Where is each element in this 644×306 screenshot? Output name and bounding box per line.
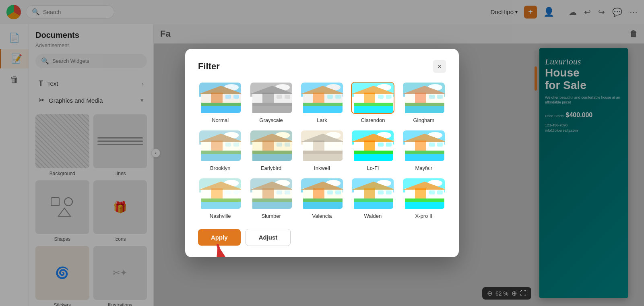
modal-header: Filter ×: [198, 60, 446, 73]
svg-rect-54: [233, 143, 239, 147]
filter-thumb-valencia: [300, 178, 344, 210]
svg-rect-9: [233, 95, 239, 99]
svg-rect-125: [378, 190, 384, 194]
filter-item-inkwell[interactable]: Inkwell: [300, 130, 344, 171]
filter-label-clarendon: Clarendon: [361, 117, 385, 123]
svg-rect-19: [252, 103, 292, 106]
filter-item-lark[interactable]: Lark: [300, 82, 344, 123]
svg-rect-107: [277, 190, 282, 194]
svg-rect-18: [285, 95, 290, 99]
svg-rect-91: [405, 151, 444, 154]
filter-thumb-xproii: [402, 178, 446, 210]
svg-rect-100: [201, 198, 241, 202]
filter-thumb-grayscale: [250, 82, 293, 114]
svg-rect-73: [303, 151, 343, 154]
filter-grid: NormalGrayscaleLarkClarendonGinghamBrook…: [198, 82, 446, 219]
svg-rect-43: [415, 93, 426, 103]
filter-item-xproii[interactable]: X-pro II: [402, 178, 446, 219]
svg-rect-71: [327, 143, 333, 147]
svg-rect-127: [354, 198, 393, 202]
filter-item-grayscale[interactable]: Grayscale: [249, 82, 293, 123]
filter-item-clarendon[interactable]: Clarendon: [351, 82, 395, 123]
filter-item-mayfair[interactable]: Mayfair: [402, 130, 446, 171]
filter-thumb-lofi: [351, 130, 394, 162]
svg-rect-45: [437, 95, 443, 99]
svg-rect-72: [335, 143, 341, 147]
svg-rect-63: [285, 143, 290, 147]
svg-rect-44: [429, 95, 435, 99]
svg-rect-133: [415, 188, 426, 198]
filter-thumb-inkwell: [300, 130, 344, 162]
filter-label-normal: Normal: [212, 117, 229, 123]
filter-thumb-clarendon: [351, 82, 394, 114]
svg-rect-135: [437, 190, 443, 194]
filter-label-brooklyn: Brooklyn: [210, 165, 231, 171]
svg-rect-80: [378, 143, 384, 147]
filter-item-gingham[interactable]: Gingham: [402, 82, 446, 123]
svg-rect-28: [303, 103, 343, 106]
svg-rect-109: [252, 198, 292, 202]
filter-label-earlybird: Earlybird: [261, 165, 281, 171]
svg-rect-110: [252, 202, 292, 210]
svg-rect-115: [313, 188, 324, 198]
svg-rect-82: [354, 151, 393, 154]
svg-rect-81: [386, 143, 392, 147]
svg-rect-47: [405, 106, 444, 114]
filter-label-lofi: Lo-Fi: [367, 165, 379, 171]
svg-rect-38: [354, 106, 393, 114]
svg-rect-90: [437, 143, 443, 147]
svg-rect-20: [252, 106, 292, 114]
svg-rect-10: [201, 103, 241, 106]
filter-label-inkwell: Inkwell: [314, 165, 330, 171]
svg-rect-61: [262, 141, 274, 151]
filter-item-brooklyn[interactable]: Brooklyn: [198, 130, 242, 171]
svg-rect-25: [313, 93, 324, 103]
adjust-button[interactable]: Adjust: [246, 229, 291, 246]
svg-rect-70: [313, 141, 324, 151]
svg-rect-126: [386, 190, 392, 194]
svg-rect-37: [354, 103, 393, 106]
svg-rect-53: [225, 143, 231, 147]
filter-label-grayscale: Grayscale: [259, 117, 283, 123]
svg-rect-65: [252, 154, 292, 162]
svg-rect-136: [405, 198, 444, 202]
svg-rect-99: [233, 190, 239, 194]
svg-rect-89: [429, 143, 435, 147]
modal-footer: Apply Adjust: [198, 229, 446, 246]
svg-rect-117: [335, 190, 341, 194]
svg-rect-98: [225, 190, 231, 194]
svg-rect-108: [285, 190, 290, 194]
svg-rect-46: [405, 103, 444, 106]
svg-rect-134: [429, 190, 435, 194]
filter-item-valencia[interactable]: Valencia: [300, 178, 344, 219]
filter-item-slumber[interactable]: Slumber: [249, 178, 293, 219]
filter-thumb-nashville: [198, 178, 242, 210]
filter-label-mayfair: Mayfair: [415, 165, 432, 171]
svg-rect-29: [303, 106, 343, 114]
svg-rect-52: [211, 141, 223, 151]
apply-button[interactable]: Apply: [198, 229, 241, 246]
svg-rect-16: [262, 93, 274, 103]
modal-overlay[interactable]: Filter × NormalGrayscaleLarkClarendonGin…: [0, 0, 644, 306]
filter-item-earlybird[interactable]: Earlybird: [249, 130, 293, 171]
modal-close-button[interactable]: ×: [433, 60, 446, 73]
svg-rect-34: [364, 93, 375, 103]
svg-rect-101: [201, 202, 241, 210]
filter-item-nashville[interactable]: Nashville: [198, 178, 242, 219]
filter-item-lofi[interactable]: Lo-Fi: [351, 130, 395, 171]
filter-thumb-mayfair: [402, 130, 446, 162]
filter-label-nashville: Nashville: [210, 213, 231, 219]
svg-rect-116: [327, 190, 333, 194]
filter-label-gingham: Gingham: [413, 117, 434, 123]
filter-label-xproii: X-pro II: [415, 213, 432, 219]
filter-thumb-slumber: [250, 178, 293, 210]
filter-item-walden[interactable]: Walden: [351, 178, 395, 219]
svg-rect-36: [386, 95, 392, 99]
svg-rect-79: [364, 141, 375, 151]
svg-rect-8: [225, 95, 231, 99]
svg-rect-27: [335, 95, 341, 99]
filter-thumb-gingham: [402, 82, 446, 114]
filter-item-normal[interactable]: Normal: [198, 82, 242, 123]
filter-label-slumber: Slumber: [261, 213, 281, 219]
filter-thumb-lark: [300, 82, 344, 114]
